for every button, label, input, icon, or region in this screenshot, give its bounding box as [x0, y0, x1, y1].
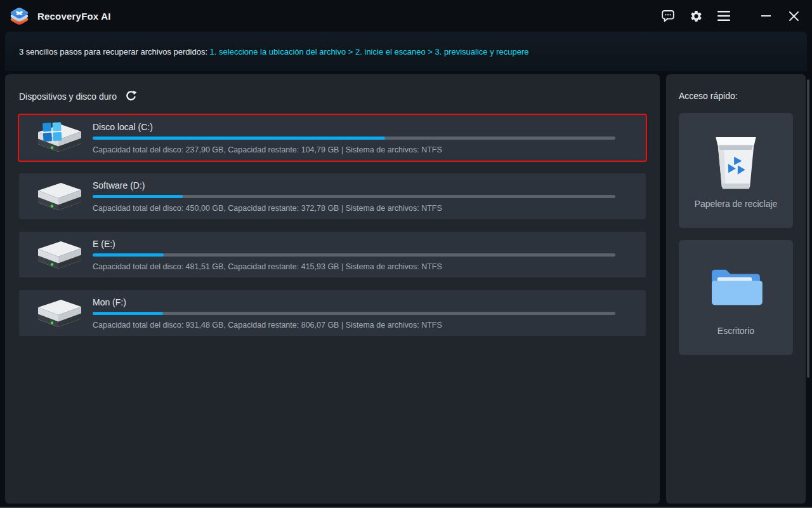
section-title: Dispositivos y disco duro	[19, 91, 117, 102]
hard-drive-icon	[33, 180, 84, 213]
app-window: RecoveryFox AI	[0, 0, 812, 508]
desktop-folder-icon	[709, 240, 763, 326]
scrollbar-thumb[interactable]	[807, 79, 809, 378]
capacity-bar-fill	[93, 137, 385, 140]
steps-prefix: 3 sencillos pasos para recuperar archivo…	[19, 47, 210, 57]
title-bar: RecoveryFox AI	[0, 0, 812, 32]
drive-info: Mon (F:) Capacidad total del disco: 931,…	[93, 297, 646, 330]
refresh-icon[interactable]	[125, 90, 137, 102]
steps-highlight: 1. seleccione la ubicación del archivo >…	[210, 47, 529, 57]
app-title: RecoveryFox AI	[37, 11, 111, 22]
close-button[interactable]	[787, 9, 801, 23]
drive-row[interactable]: Disco local (C:) Capacidad total del dis…	[18, 114, 647, 162]
hard-drive-icon	[33, 297, 84, 330]
drive-list: Disco local (C:) Capacidad total del dis…	[18, 114, 647, 337]
capacity-bar-fill	[93, 253, 164, 257]
app-logo-icon	[8, 4, 31, 27]
hard-drive-icon	[33, 238, 84, 271]
steps-text: 3 sencillos pasos para recuperar archivo…	[19, 47, 529, 57]
capacity-bar-fill	[93, 195, 183, 198]
drive-info: Disco local (C:) Capacidad total del dis…	[93, 122, 646, 154]
capacity-bar	[93, 137, 615, 140]
quick-access-label: Escritorio	[717, 326, 754, 336]
quick-access-recycle-bin[interactable]: Papelera de reciclaje	[679, 113, 793, 228]
drive-details: Capacidad total del disco: 450,00 GB, Ca…	[93, 204, 615, 213]
hard-drive-icon	[33, 121, 84, 154]
drive-info: Software (D:) Capacidad total del disco:…	[93, 180, 646, 213]
hamburger-menu-icon[interactable]	[717, 9, 731, 23]
drive-name: E (E:)	[93, 239, 615, 249]
drive-name: Software (D:)	[93, 180, 615, 190]
drive-row[interactable]: Mon (F:) Capacidad total del disco: 931,…	[18, 289, 647, 337]
drive-row[interactable]: E (E:) Capacidad total del disco: 481,51…	[18, 231, 647, 279]
drive-name: Disco local (C:)	[93, 122, 615, 132]
drive-details: Capacidad total del disco: 481,51 GB, Ca…	[93, 262, 615, 271]
steps-bar: 3 sencillos pasos para recuperar archivo…	[5, 32, 807, 71]
capacity-bar	[93, 312, 615, 315]
settings-gear-icon[interactable]	[689, 9, 703, 23]
drive-details: Capacidad total del disco: 237,90 GB, Ca…	[93, 145, 615, 154]
drive-info: E (E:) Capacidad total del disco: 481,51…	[93, 239, 646, 271]
devices-panel: Dispositivos y disco duro	[5, 74, 660, 504]
quick-access-panel: Acceso rápido: Papelera de reciclaje	[666, 74, 806, 504]
capacity-bar-fill	[93, 312, 163, 315]
drive-details: Capacidad total del disco: 931,48 GB, Ca…	[93, 321, 615, 330]
capacity-bar	[93, 195, 615, 198]
quick-access-desktop[interactable]: Escritorio	[679, 240, 793, 355]
recycle-bin-icon	[705, 113, 766, 199]
drive-name: Mon (F:)	[93, 297, 615, 307]
minimize-button[interactable]	[759, 9, 773, 23]
capacity-bar	[93, 253, 615, 257]
quick-access-title: Acceso rápido:	[679, 91, 806, 101]
message-feedback-icon[interactable]	[661, 9, 675, 23]
quick-access-label: Papelera de reciclaje	[695, 199, 778, 209]
drive-row[interactable]: Software (D:) Capacidad total del disco:…	[18, 172, 647, 220]
